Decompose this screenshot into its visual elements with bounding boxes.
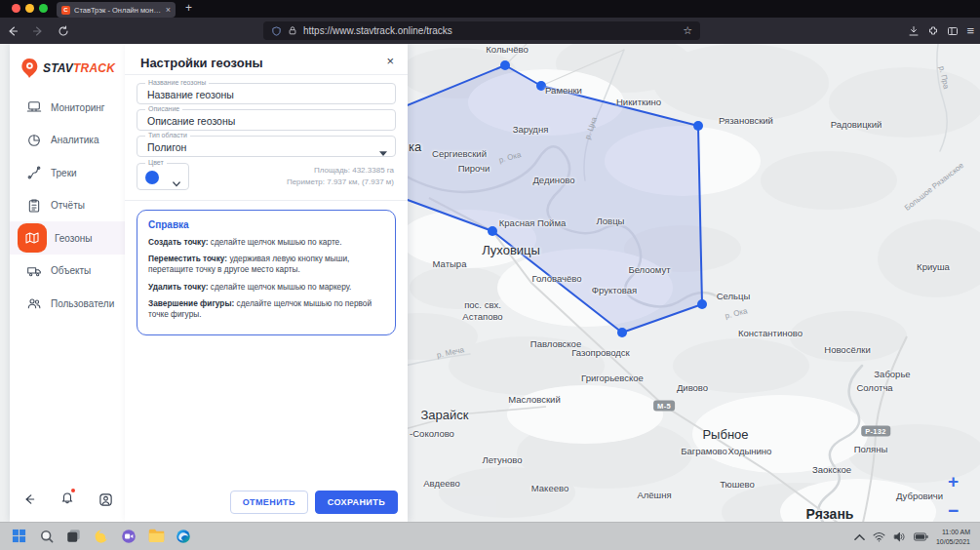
geozone-name-field[interactable]: Название геозоны Название геозоны <box>137 83 396 104</box>
map-label: Григорьевское <box>581 373 644 383</box>
window-zoom-icon[interactable] <box>39 4 48 13</box>
new-tab-button[interactable]: + <box>185 1 192 15</box>
back-icon[interactable] <box>0 22 25 40</box>
geozone-settings-panel: Настройки геозоны × Название геозоны Наз… <box>125 44 408 522</box>
cancel-button[interactable]: ОТМЕНИТЬ <box>230 491 308 514</box>
map-label: Астапово <box>462 311 502 322</box>
tray-clock[interactable]: 11:00 AM 10/05/2021 <box>936 528 970 545</box>
zoom-out-button[interactable]: − <box>948 504 959 518</box>
panel-title: Настройки геозоны <box>140 56 263 70</box>
account-icon[interactable] <box>98 492 113 507</box>
map-label: Рязановский <box>719 115 773 126</box>
app-menu-icon[interactable]: ≡ <box>966 23 974 38</box>
map-label: Сельцы <box>717 291 751 301</box>
geozones-icon <box>18 223 47 253</box>
color-select[interactable]: Цвет <box>137 163 189 190</box>
tray-chevron-icon[interactable] <box>854 533 865 541</box>
sidebar-item-reports[interactable]: Отчёты <box>10 189 125 222</box>
forward-icon[interactable] <box>25 22 51 40</box>
app-sidebar: STAVTRACK МониторингАналитикаТрекиОтчёты… <box>10 44 125 522</box>
collapse-sidebar-icon[interactable] <box>22 492 36 506</box>
road-badge: Р-132 <box>861 426 890 437</box>
map-label: Рыбное <box>702 427 748 442</box>
sidebar-item-objects[interactable]: Объекты <box>10 255 125 288</box>
map-label: Колычёво <box>486 44 528 55</box>
moon-app-icon[interactable] <box>94 529 110 545</box>
sidebar-item-label: Мониторинг <box>51 102 104 113</box>
tray-date: 10/05/2021 <box>936 537 970 546</box>
window-minimize-icon[interactable] <box>25 4 34 13</box>
map-label: Летуново <box>482 454 522 465</box>
sidebar-item-tracks[interactable]: Треки <box>10 156 125 189</box>
sidebars-icon[interactable] <box>947 25 959 37</box>
sidebar-item-users[interactable]: Пользователи <box>10 287 125 320</box>
bookmark-star-icon[interactable]: ☆ <box>683 24 692 37</box>
reload-icon[interactable] <box>51 22 76 40</box>
geozone-name-value[interactable]: Название геозоны <box>147 89 234 100</box>
map-label: Раменки <box>545 85 582 96</box>
map-label: Головачёво <box>532 273 582 284</box>
zoom-in-button[interactable]: + <box>948 475 959 489</box>
help-item: Удалить точку: сделайте щелчок мышью по … <box>148 282 384 293</box>
map-label: Красная Пойма <box>499 217 566 228</box>
volume-icon[interactable] <box>893 531 906 542</box>
map-label: Авдеево <box>423 478 460 489</box>
panel-close-icon[interactable]: × <box>386 54 394 68</box>
map-label: Фруктовая <box>592 285 637 295</box>
tracks-icon <box>23 162 45 183</box>
search-icon[interactable] <box>39 529 56 545</box>
edge-icon[interactable] <box>176 529 192 545</box>
save-button[interactable]: СОХРАНИТЬ <box>315 491 398 514</box>
explorer-icon[interactable] <box>148 529 165 545</box>
sidebar-item-label: Треки <box>51 168 77 178</box>
wifi-icon[interactable] <box>873 531 885 542</box>
start-icon[interactable] <box>12 529 28 545</box>
extensions-icon[interactable] <box>927 25 939 37</box>
tab-close-icon[interactable]: × <box>166 5 171 15</box>
map-label: Радовицкий <box>831 119 882 130</box>
sidebar-item-analytics[interactable]: Аналитика <box>10 124 125 157</box>
map-label: Луховицы <box>482 243 540 257</box>
lock-icon[interactable] <box>288 25 297 36</box>
sidebar-item-monitor[interactable]: Мониторинг <box>10 91 125 124</box>
notification-dot <box>71 489 75 492</box>
area-type-value: Полигон <box>147 141 186 153</box>
window-close-icon[interactable] <box>12 4 20 13</box>
area-type-select[interactable]: Тип области Полигон <box>137 136 396 157</box>
tracking-shield-icon[interactable] <box>271 25 282 37</box>
sidebar-item-label: Объекты <box>51 265 91 276</box>
desktop-screen: С СтавТрэк - Онлайн мониторин × + https:… <box>0 0 980 550</box>
color-swatch <box>145 171 159 184</box>
geozone-vertex-marker[interactable] <box>500 60 510 70</box>
windows-taskbar: 11:00 AM 10/05/2021 <box>0 522 980 550</box>
map-label: Ловцы <box>597 216 625 226</box>
map-label: Рязань <box>806 506 854 522</box>
perimeter-metric: Периметр: 7.937 км, (7.937 м) <box>287 177 394 188</box>
geozone-vertex-marker[interactable] <box>697 299 707 309</box>
stavtrack-logo: STAVTRACK <box>20 58 115 79</box>
map-label: Пирочи <box>458 163 490 174</box>
downloads-icon[interactable] <box>908 25 920 37</box>
geozone-vertex-marker[interactable] <box>693 121 703 131</box>
description-field[interactable]: Описание Описание геозоны <box>137 109 396 131</box>
description-value[interactable]: Описание геозоны <box>147 115 235 127</box>
map-label: Зарудня <box>513 124 549 135</box>
video-app-icon[interactable] <box>121 529 137 545</box>
browser-tab[interactable]: С СтавТрэк - Онлайн мониторин × <box>57 2 176 18</box>
notifications-bell-icon[interactable] <box>60 491 74 508</box>
web-page: КолычёвоРаменкиНикиткиноЗарудняСергиевск… <box>0 44 980 522</box>
map-label: Макеево <box>531 483 568 493</box>
map-label: Солотча <box>856 382 892 393</box>
geozone-vertex-marker[interactable] <box>617 328 627 337</box>
map-label: Матыра <box>433 258 467 269</box>
color-label: Цвет <box>145 159 167 166</box>
battery-icon[interactable] <box>914 532 928 541</box>
map-label: Белоомут <box>628 264 670 275</box>
map-label: Зарайск <box>421 408 469 422</box>
geozone-vertex-marker[interactable] <box>488 226 497 236</box>
url-bar[interactable]: https://www.stavtrack.online/tracks ☆ <box>263 21 700 40</box>
site-favicon: С <box>61 6 70 15</box>
task-view-icon[interactable] <box>66 529 83 545</box>
sidebar-item-label: Аналитика <box>51 135 99 145</box>
sidebar-item-geozones[interactable]: Геозоны <box>10 221 125 255</box>
